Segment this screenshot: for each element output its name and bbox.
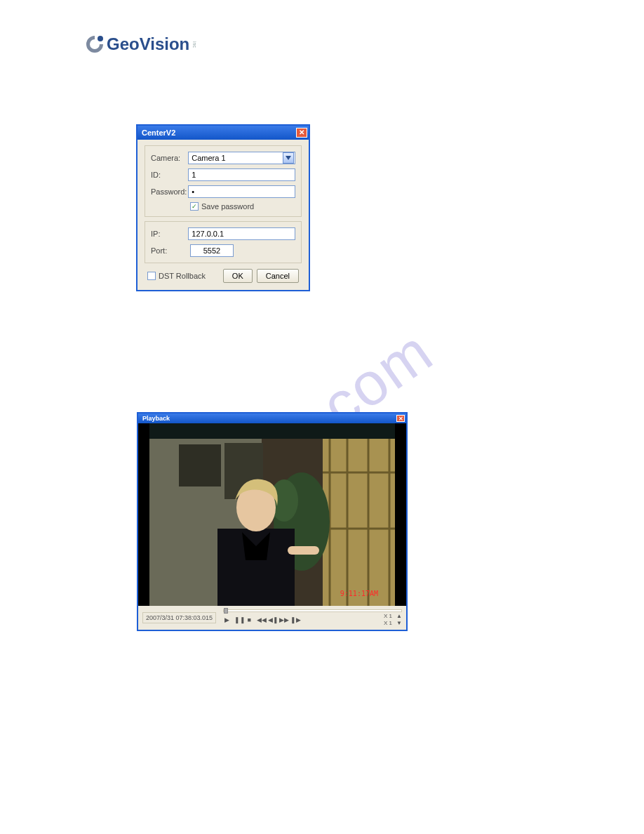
port-field[interactable] [190,244,234,257]
stop-button[interactable]: ■ [246,616,253,623]
close-icon: ✕ [299,129,304,136]
camera-value: Camera 1 [192,154,225,162]
password-field[interactable] [188,185,295,198]
playback-titlebar: Playback ✕ [138,413,406,423]
checkbox-icon: ✓ [147,272,156,280]
geovision-icon [84,34,105,55]
svg-rect-16 [217,529,295,606]
cancel-button[interactable]: Cancel [257,269,299,283]
brand-logo: GeoVision inc [84,34,197,55]
playback-progress[interactable] [223,609,402,612]
fast-forward-button[interactable]: ▶▶ [279,616,286,623]
playback-title: Playback [142,415,170,422]
save-password-label: Save password [201,202,254,211]
centerv2-dialog: CenterV2 ✕ Camera: Camera 1 ID: Password… [136,124,310,291]
camera-label: Camera: [151,154,188,162]
playback-timestamp: 2007/3/31 07:38:03.015 [142,612,216,623]
pause-button[interactable]: ❚❚ [234,616,241,623]
video-timestamp-overlay: 9:11:17AM [340,590,378,597]
ok-button[interactable]: OK [223,269,253,283]
dialog-title: CenterV2 [142,128,175,137]
close-button[interactable]: ✕ [296,128,307,138]
close-button[interactable]: ✕ [396,415,405,422]
dialog-titlebar: CenterV2 ✕ [137,126,309,140]
group-connection: IP: Port: [145,221,302,263]
progress-knob[interactable] [224,608,228,614]
save-password-checkbox[interactable]: ✓ Save password [190,202,254,211]
close-icon: ✕ [398,416,403,422]
playback-controls: 2007/3/31 07:38:03.015 ▶ ❚❚ ■ ◀◀ ◀❚ ▶▶ ❚… [138,606,406,630]
play-button[interactable]: ▶ [223,616,230,623]
dst-label: DST Rollback [159,272,206,280]
speed-up-button[interactable]: ▲ [396,613,402,619]
rewind-button[interactable]: ◀◀ [257,616,264,623]
video-area: 9:11:17AM [138,423,406,606]
checkbox-icon: ✓ [190,202,199,211]
svg-rect-12 [179,444,221,486]
id-label: ID: [151,171,188,179]
id-field[interactable] [188,168,295,181]
playback-dialog: Playback ✕ [137,412,408,631]
svg-rect-4 [323,439,395,606]
dst-rollback-checkbox[interactable]: ✓ DST Rollback [147,272,206,280]
camera-select[interactable]: Camera 1 [188,152,295,164]
port-label: Port: [151,246,190,255]
svg-point-0 [98,36,103,41]
step-back-button[interactable]: ◀❚ [268,616,275,623]
logo-inc: inc [192,41,197,48]
speed-indicator: X 1▲ X 1▼ [384,613,402,626]
speed-down-button[interactable]: ▼ [396,620,402,626]
group-credentials: Camera: Camera 1 ID: Password: ✓ [145,145,302,217]
logo-text: GeoVision [107,34,189,54]
svg-rect-3 [149,423,395,439]
svg-rect-18 [288,546,319,555]
step-fwd-button[interactable]: ❚▶ [290,616,297,623]
ip-label: IP: [151,230,188,238]
chevron-down-icon [283,152,294,164]
password-label: Password: [151,187,188,196]
ip-field[interactable] [188,227,295,240]
